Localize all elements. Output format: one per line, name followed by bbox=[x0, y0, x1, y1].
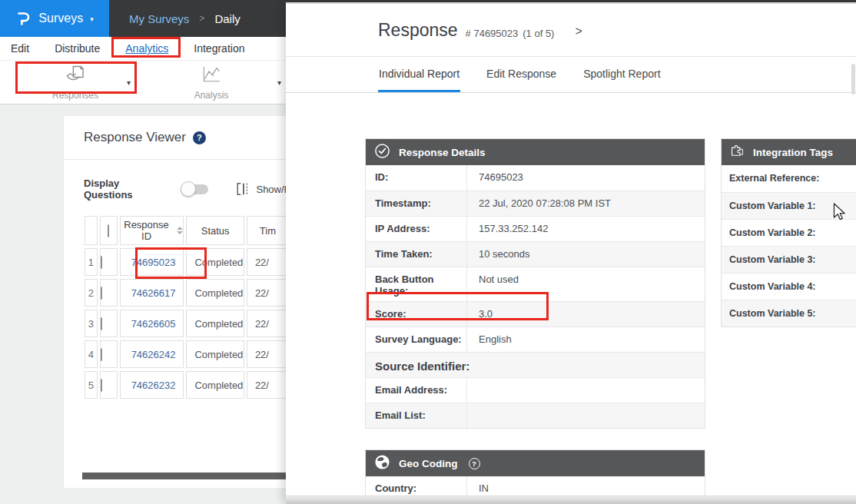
status-cell: Completed bbox=[186, 310, 244, 337]
detail-label: Source Identifier: bbox=[366, 353, 705, 377]
sort-icon[interactable] bbox=[177, 227, 183, 234]
row-checkbox[interactable] bbox=[101, 379, 102, 392]
table-row: 5 74626232 Completed 22/ bbox=[85, 371, 289, 399]
show-hide-columns-icon[interactable] bbox=[236, 182, 250, 196]
time-cell: 22/ bbox=[247, 279, 289, 307]
row-number: 1 bbox=[85, 248, 98, 276]
table-row: 2 74626617 Completed 22/ bbox=[85, 279, 289, 307]
status-cell: Completed bbox=[186, 340, 244, 368]
row-checkbox[interactable] bbox=[101, 287, 102, 300]
row-checkbox[interactable] bbox=[101, 348, 102, 361]
row-checkbox[interactable] bbox=[101, 317, 102, 330]
response-id-link[interactable]: 74626617 bbox=[120, 279, 184, 307]
breadcrumb-separator-icon: > bbox=[199, 13, 204, 24]
response-id-link[interactable]: 74626232 bbox=[120, 371, 184, 399]
detail-value bbox=[467, 403, 705, 428]
tab-integration[interactable]: Integration bbox=[194, 42, 244, 55]
row-checkbox[interactable] bbox=[101, 256, 102, 269]
analysis-icon bbox=[201, 64, 222, 88]
time-cell: 22/ bbox=[247, 310, 289, 337]
overlay-bottom-scrollbar[interactable] bbox=[286, 496, 856, 504]
detail-label: Email List: bbox=[366, 403, 467, 428]
detail-value: 10 seconds bbox=[467, 242, 705, 267]
detail-label: Time Taken: bbox=[366, 242, 467, 267]
response-details-header: Response Details bbox=[366, 139, 705, 165]
overlay-header: Response # 74695023 (1 of 5) > bbox=[286, 4, 856, 57]
integration-tags-panel: Integration Tags External Reference: Cus… bbox=[721, 138, 856, 327]
detail-value: 22 Jul, 2020 07:28:08 PM IST bbox=[467, 191, 705, 216]
chevron-down-icon: ▾ bbox=[90, 15, 94, 23]
integration-tags-title: Integration Tags bbox=[753, 147, 833, 158]
analysis-caret-icon[interactable]: ▾ bbox=[277, 78, 281, 87]
responses-button[interactable]: Responses ▾ bbox=[17, 63, 134, 101]
detail-label: Email Address: bbox=[366, 378, 467, 403]
puzzle-icon bbox=[730, 144, 745, 161]
integration-row: Custom Variable 1: bbox=[722, 192, 856, 219]
detail-label: ID: bbox=[366, 165, 467, 191]
tab-spotlight-report[interactable]: Spotlight Report bbox=[582, 57, 661, 92]
geo-coding-title: Geo Coding bbox=[399, 458, 458, 469]
tab-edit-response[interactable]: Edit Response bbox=[486, 57, 557, 92]
tab-edit[interactable]: Edit bbox=[11, 42, 29, 55]
responses-caret-icon[interactable]: ▾ bbox=[127, 78, 131, 87]
detail-row: Back Button Usage: Not used bbox=[366, 267, 705, 301]
table-row: 4 74626242 Completed 22/ bbox=[85, 340, 289, 368]
analysis-button[interactable]: Analysis ▾ bbox=[154, 63, 269, 101]
detail-row: Time Taken: 10 seconds bbox=[366, 241, 705, 267]
select-all-checkbox[interactable] bbox=[108, 224, 109, 237]
geo-coding-panel: Geo Coding ? Country: IN bbox=[365, 449, 705, 502]
tab-distribute[interactable]: Distribute bbox=[55, 42, 100, 55]
overlay-tabbar: Individual Report Edit Response Spotligh… bbox=[286, 57, 856, 93]
row-select-cell bbox=[100, 310, 118, 337]
row-number: 3 bbox=[85, 310, 98, 337]
response-count: (1 of 5) bbox=[523, 28, 554, 39]
response-id-link[interactable]: 74626242 bbox=[120, 340, 184, 368]
horizontal-scrollbar[interactable] bbox=[82, 472, 293, 479]
breadcrumb-my-surveys[interactable]: My Surveys bbox=[129, 12, 189, 25]
page-title: Response Viewer bbox=[84, 130, 186, 145]
response-id-link[interactable]: 74695023 bbox=[120, 248, 184, 276]
next-response-icon[interactable]: > bbox=[575, 25, 582, 38]
geo-help-icon[interactable]: ? bbox=[469, 458, 480, 469]
integration-row: Custom Variable 2: bbox=[722, 219, 856, 246]
detail-row: Email Address: bbox=[366, 377, 705, 403]
row-select-cell bbox=[100, 279, 118, 307]
time-cell: 22/ bbox=[247, 340, 289, 368]
time-header: Tim bbox=[247, 216, 289, 245]
row-select-cell bbox=[100, 340, 118, 368]
response-ref: # 74695023 bbox=[466, 28, 519, 39]
check-circle-icon bbox=[374, 143, 390, 161]
display-questions-toggle[interactable] bbox=[183, 184, 209, 194]
detail-value: English bbox=[467, 327, 705, 352]
detail-label: Timestamp: bbox=[366, 191, 467, 216]
detail-value bbox=[467, 378, 705, 403]
breadcrumb-daily: Daily bbox=[214, 12, 240, 25]
vertical-scrollbar-thumb[interactable] bbox=[851, 64, 855, 94]
help-icon[interactable]: ? bbox=[193, 131, 206, 144]
table-row: 1 74695023 Completed 22/ bbox=[85, 248, 289, 276]
status-cell: Completed bbox=[186, 371, 244, 399]
app-screen: Surveys ▾ My Surveys > Daily Edit Distri… bbox=[0, 0, 856, 504]
display-questions-label: Display Questions bbox=[84, 177, 171, 201]
tab-analytics[interactable]: Analytics bbox=[125, 42, 168, 55]
select-all-header bbox=[100, 216, 118, 245]
surveys-menu-button[interactable]: Surveys ▾ bbox=[0, 0, 109, 37]
geo-coding-header: Geo Coding ? bbox=[366, 450, 705, 476]
integration-row: Custom Variable 4: bbox=[722, 273, 856, 300]
row-number: 4 bbox=[85, 340, 98, 368]
detail-row: Email List: bbox=[366, 403, 705, 428]
time-cell: 22/ bbox=[247, 371, 289, 399]
response-id-link[interactable]: 74626605 bbox=[120, 310, 184, 337]
response-details-panel: Response Details ID: 74695023 Timestamp:… bbox=[365, 138, 705, 429]
breadcrumb: My Surveys > Daily bbox=[129, 0, 241, 37]
detail-row-score: Score: 3.0 bbox=[366, 301, 705, 327]
tab-individual-report[interactable]: Individual Report bbox=[378, 57, 460, 92]
row-number: 2 bbox=[85, 279, 98, 307]
detail-value: 3.0 bbox=[467, 302, 705, 327]
detail-label: Back Button Usage: bbox=[366, 267, 467, 301]
response-id-header[interactable]: Response ID bbox=[120, 216, 184, 245]
detail-label: Score: bbox=[366, 302, 467, 327]
overlay-body: Response Details ID: 74695023 Timestamp:… bbox=[286, 94, 856, 504]
integration-row: Custom Variable 3: bbox=[722, 246, 856, 273]
response-detail-overlay: Response # 74695023 (1 of 5) > Individua… bbox=[286, 2, 856, 504]
